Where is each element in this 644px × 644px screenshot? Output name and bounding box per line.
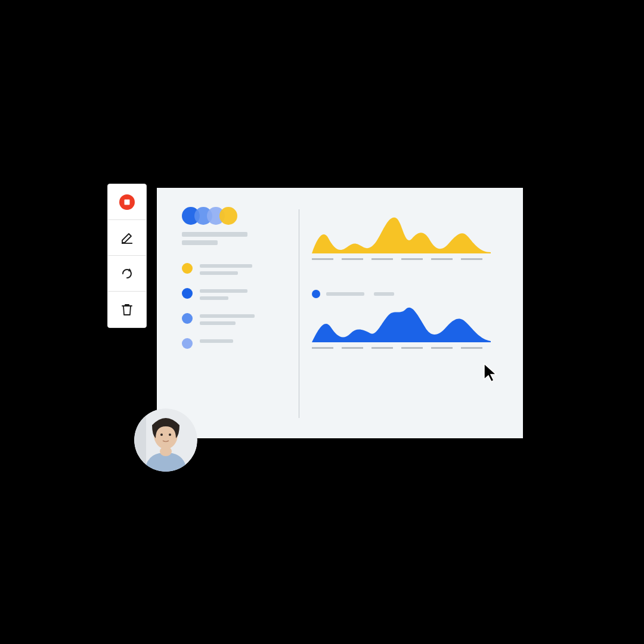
placeholder-line <box>200 314 255 318</box>
presenter-avatar <box>134 408 197 472</box>
chart-label-row <box>312 290 509 298</box>
cursor-icon <box>483 363 499 383</box>
svg-point-7 <box>160 447 172 456</box>
logo-dot <box>219 207 237 225</box>
svg-rect-1 <box>125 199 130 205</box>
axis-tick <box>342 347 363 349</box>
stop-record-button[interactable] <box>108 184 146 220</box>
chart-yellow <box>312 212 509 260</box>
placeholder-line <box>200 296 228 300</box>
avatar-image <box>134 408 197 472</box>
placeholder-line <box>200 271 238 275</box>
right-panel <box>288 188 523 438</box>
area-chart-yellow <box>312 212 491 253</box>
dashboard-canvas <box>157 188 523 438</box>
axis-tick <box>401 347 423 349</box>
recording-toolbar <box>107 184 147 328</box>
list-item <box>182 288 288 300</box>
axis-tick <box>401 258 423 260</box>
redo-button[interactable] <box>108 256 146 292</box>
area-chart-blue <box>312 301 491 342</box>
axis-tick <box>461 258 482 260</box>
svg-rect-5 <box>134 408 146 472</box>
placeholder-line <box>374 292 394 296</box>
chart-blue <box>312 290 509 349</box>
axis-tick <box>431 258 453 260</box>
placeholder-line <box>200 339 233 343</box>
placeholder-line <box>200 264 252 268</box>
placeholder-line <box>326 292 364 296</box>
svg-point-9 <box>169 434 171 436</box>
placeholder-line <box>200 321 236 325</box>
axis-tick <box>312 347 333 349</box>
svg-point-8 <box>160 434 163 436</box>
legend-dot <box>312 290 320 298</box>
edit-button[interactable] <box>108 220 146 256</box>
left-panel <box>157 188 288 438</box>
list-item <box>182 338 288 349</box>
vertical-divider <box>299 209 299 418</box>
delete-button[interactable] <box>108 292 146 327</box>
list-item <box>182 313 288 325</box>
chart-axis-ticks <box>312 258 509 260</box>
placeholder-line <box>182 232 247 237</box>
axis-tick <box>371 258 393 260</box>
bullet-dot <box>182 288 193 299</box>
chart-axis-ticks <box>312 347 509 349</box>
list-item <box>182 263 288 275</box>
axis-tick <box>461 347 482 349</box>
redo-icon <box>119 266 135 281</box>
pencil-icon <box>119 230 135 246</box>
bullet-dot <box>182 313 193 324</box>
axis-tick <box>371 347 393 349</box>
axis-tick <box>342 258 363 260</box>
list-items <box>182 263 288 349</box>
trash-icon <box>120 302 134 317</box>
placeholder-line <box>182 240 218 245</box>
bullet-dot <box>182 338 193 349</box>
logo-dots <box>182 207 288 225</box>
placeholder-line <box>200 289 247 293</box>
bullet-dot <box>182 263 193 274</box>
stop-icon <box>119 194 135 210</box>
axis-tick <box>431 347 453 349</box>
axis-tick <box>312 258 333 260</box>
